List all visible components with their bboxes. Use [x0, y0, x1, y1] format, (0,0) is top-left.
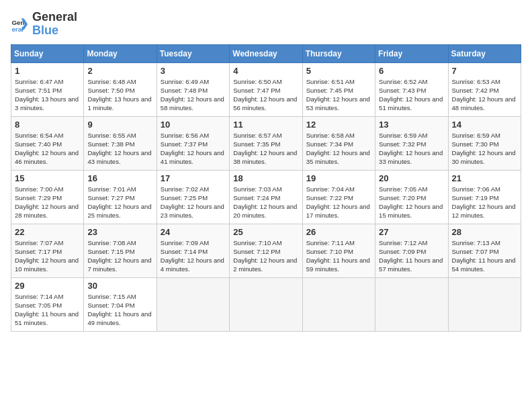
day-info: Sunrise: 6:56 AM Sunset: 7:37 PM Dayligh…: [161, 131, 226, 167]
weekday-header-sunday: Sunday: [11, 44, 84, 62]
day-info: Sunrise: 6:54 AM Sunset: 7:40 PM Dayligh…: [15, 131, 80, 167]
day-info: Sunrise: 7:09 AM Sunset: 7:14 PM Dayligh…: [161, 238, 226, 274]
calendar-cell: 8 Sunrise: 6:54 AM Sunset: 7:40 PM Dayli…: [11, 116, 84, 170]
day-info: Sunrise: 7:07 AM Sunset: 7:17 PM Dayligh…: [15, 238, 80, 274]
calendar-cell: 28 Sunrise: 7:13 AM Sunset: 7:07 PM Dayl…: [448, 224, 521, 277]
calendar-cell: 11 Sunrise: 6:57 AM Sunset: 7:35 PM Dayl…: [230, 116, 302, 170]
day-number: 10: [161, 120, 226, 130]
calendar-cell: 20 Sunrise: 7:05 AM Sunset: 7:20 PM Dayl…: [375, 170, 448, 224]
calendar-week-3: 15 Sunrise: 7:00 AM Sunset: 7:29 PM Dayl…: [11, 170, 521, 224]
calendar-cell: 10 Sunrise: 6:56 AM Sunset: 7:37 PM Dayl…: [157, 116, 229, 170]
day-number: 29: [15, 281, 80, 291]
calendar-header-row: SundayMondayTuesdayWednesdayThursdayFrid…: [11, 44, 521, 62]
weekday-header-wednesday: Wednesday: [230, 44, 302, 62]
day-info: Sunrise: 6:59 AM Sunset: 7:30 PM Dayligh…: [452, 131, 517, 167]
day-info: Sunrise: 6:48 AM Sunset: 7:50 PM Dayligh…: [87, 77, 152, 113]
calendar-cell: 7 Sunrise: 6:53 AM Sunset: 7:42 PM Dayli…: [448, 62, 521, 116]
weekday-header-tuesday: Tuesday: [157, 44, 229, 62]
calendar-cell: 4 Sunrise: 6:50 AM Sunset: 7:47 PM Dayli…: [230, 62, 302, 116]
day-info: Sunrise: 6:53 AM Sunset: 7:42 PM Dayligh…: [452, 77, 517, 113]
day-number: 1: [15, 66, 80, 76]
day-number: 19: [306, 173, 371, 183]
calendar-cell: 6 Sunrise: 6:52 AM Sunset: 7:43 PM Dayli…: [375, 62, 448, 116]
calendar-cell: 18 Sunrise: 7:03 AM Sunset: 7:24 PM Dayl…: [230, 170, 302, 224]
calendar-week-5: 29 Sunrise: 7:14 AM Sunset: 7:05 PM Dayl…: [11, 277, 521, 331]
day-number: 15: [15, 173, 80, 183]
calendar-cell: [302, 277, 375, 331]
logo: Gen eral General Blue: [11, 11, 77, 38]
calendar-cell: 15 Sunrise: 7:00 AM Sunset: 7:29 PM Dayl…: [11, 170, 84, 224]
calendar-cell: 5 Sunrise: 6:51 AM Sunset: 7:45 PM Dayli…: [302, 62, 375, 116]
weekday-header-saturday: Saturday: [448, 44, 521, 62]
calendar-cell: 23 Sunrise: 7:08 AM Sunset: 7:15 PM Dayl…: [84, 224, 157, 277]
day-info: Sunrise: 7:13 AM Sunset: 7:07 PM Dayligh…: [452, 238, 517, 274]
day-number: 14: [452, 120, 517, 130]
calendar-cell: 12 Sunrise: 6:58 AM Sunset: 7:34 PM Dayl…: [302, 116, 375, 170]
calendar-week-2: 8 Sunrise: 6:54 AM Sunset: 7:40 PM Dayli…: [11, 116, 521, 170]
day-info: Sunrise: 6:52 AM Sunset: 7:43 PM Dayligh…: [379, 77, 444, 113]
day-number: 25: [233, 227, 298, 237]
day-number: 17: [161, 173, 226, 183]
day-info: Sunrise: 7:00 AM Sunset: 7:29 PM Dayligh…: [15, 185, 80, 220]
day-number: 4: [233, 66, 298, 76]
day-info: Sunrise: 7:05 AM Sunset: 7:20 PM Dayligh…: [379, 185, 444, 220]
day-info: Sunrise: 7:14 AM Sunset: 7:05 PM Dayligh…: [15, 292, 80, 328]
day-number: 24: [161, 227, 226, 237]
day-number: 21: [452, 173, 517, 183]
calendar-cell: 21 Sunrise: 7:06 AM Sunset: 7:19 PM Dayl…: [448, 170, 521, 224]
day-info: Sunrise: 7:01 AM Sunset: 7:27 PM Dayligh…: [87, 185, 152, 220]
calendar-cell: [230, 277, 302, 331]
calendar-week-4: 22 Sunrise: 7:07 AM Sunset: 7:17 PM Dayl…: [11, 224, 521, 277]
day-info: Sunrise: 6:47 AM Sunset: 7:51 PM Dayligh…: [15, 77, 80, 113]
day-number: 11: [233, 120, 298, 130]
calendar-cell: 19 Sunrise: 7:04 AM Sunset: 7:22 PM Dayl…: [302, 170, 375, 224]
day-number: 16: [87, 173, 152, 183]
day-number: 18: [233, 173, 298, 183]
day-info: Sunrise: 6:59 AM Sunset: 7:32 PM Dayligh…: [379, 131, 444, 167]
day-info: Sunrise: 7:12 AM Sunset: 7:09 PM Dayligh…: [379, 238, 444, 274]
day-info: Sunrise: 7:03 AM Sunset: 7:24 PM Dayligh…: [233, 185, 298, 220]
day-number: 27: [379, 227, 444, 237]
day-info: Sunrise: 6:55 AM Sunset: 7:38 PM Dayligh…: [87, 131, 152, 167]
day-info: Sunrise: 7:15 AM Sunset: 7:04 PM Dayligh…: [87, 292, 152, 328]
weekday-header-friday: Friday: [375, 44, 448, 62]
day-info: Sunrise: 7:02 AM Sunset: 7:25 PM Dayligh…: [161, 185, 226, 220]
calendar-cell: 17 Sunrise: 7:02 AM Sunset: 7:25 PM Dayl…: [157, 170, 229, 224]
day-number: 30: [87, 281, 152, 291]
calendar-cell: [375, 277, 448, 331]
calendar-cell: 13 Sunrise: 6:59 AM Sunset: 7:32 PM Dayl…: [375, 116, 448, 170]
day-number: 7: [452, 66, 517, 76]
day-info: Sunrise: 6:49 AM Sunset: 7:48 PM Dayligh…: [161, 77, 226, 113]
logo-icon: Gen eral: [11, 15, 30, 34]
day-number: 23: [87, 227, 152, 237]
day-info: Sunrise: 7:04 AM Sunset: 7:22 PM Dayligh…: [306, 185, 371, 220]
weekday-header-thursday: Thursday: [302, 44, 375, 62]
calendar-cell: 2 Sunrise: 6:48 AM Sunset: 7:50 PM Dayli…: [84, 62, 157, 116]
day-number: 28: [452, 227, 517, 237]
day-number: 3: [161, 66, 226, 76]
day-info: Sunrise: 7:10 AM Sunset: 7:12 PM Dayligh…: [233, 238, 298, 274]
day-number: 22: [15, 227, 80, 237]
calendar-cell: 3 Sunrise: 6:49 AM Sunset: 7:48 PM Dayli…: [157, 62, 229, 116]
day-info: Sunrise: 7:08 AM Sunset: 7:15 PM Dayligh…: [87, 238, 152, 274]
day-info: Sunrise: 7:06 AM Sunset: 7:19 PM Dayligh…: [452, 185, 517, 220]
calendar-cell: [448, 277, 521, 331]
page-header: Gen eral General Blue: [11, 11, 521, 38]
day-number: 13: [379, 120, 444, 130]
calendar-table: SundayMondayTuesdayWednesdayThursdayFrid…: [11, 44, 521, 332]
calendar-cell: 26 Sunrise: 7:11 AM Sunset: 7:10 PM Dayl…: [302, 224, 375, 277]
day-info: Sunrise: 6:51 AM Sunset: 7:45 PM Dayligh…: [306, 77, 371, 113]
calendar-cell: 22 Sunrise: 7:07 AM Sunset: 7:17 PM Dayl…: [11, 224, 84, 277]
calendar-cell: 1 Sunrise: 6:47 AM Sunset: 7:51 PM Dayli…: [11, 62, 84, 116]
calendar-cell: 16 Sunrise: 7:01 AM Sunset: 7:27 PM Dayl…: [84, 170, 157, 224]
calendar-cell: 29 Sunrise: 7:14 AM Sunset: 7:05 PM Dayl…: [11, 277, 84, 331]
day-number: 9: [87, 120, 152, 130]
day-number: 26: [306, 227, 371, 237]
weekday-header-monday: Monday: [84, 44, 157, 62]
calendar-cell: 9 Sunrise: 6:55 AM Sunset: 7:38 PM Dayli…: [84, 116, 157, 170]
day-info: Sunrise: 6:57 AM Sunset: 7:35 PM Dayligh…: [233, 131, 298, 167]
day-number: 8: [15, 120, 80, 130]
day-number: 6: [379, 66, 444, 76]
day-number: 5: [306, 66, 371, 76]
calendar-cell: 24 Sunrise: 7:09 AM Sunset: 7:14 PM Dayl…: [157, 224, 229, 277]
